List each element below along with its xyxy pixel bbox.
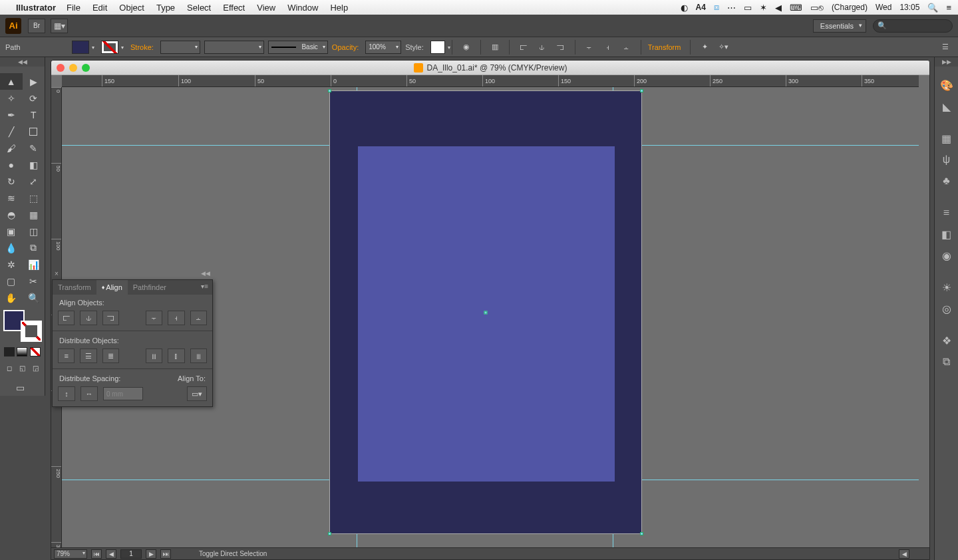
- line-tool[interactable]: ╱: [0, 123, 23, 140]
- opacity-label[interactable]: Opacity:: [332, 43, 359, 51]
- spotlight-icon[interactable]: 🔍: [927, 3, 938, 13]
- align-top-button[interactable]: ⫟: [146, 311, 162, 325]
- panel-menu-icon[interactable]: ▾≡: [197, 280, 212, 295]
- adobe-badge[interactable]: A4: [696, 3, 706, 12]
- appearance-panel-icon[interactable]: ☀: [937, 278, 956, 297]
- first-artboard-button[interactable]: ⏮: [91, 549, 102, 559]
- align-top-icon[interactable]: ⫟: [582, 41, 597, 54]
- menu-window[interactable]: Window: [287, 3, 318, 13]
- magic-wand-tool[interactable]: ✧: [0, 90, 23, 106]
- align-to-dropdown[interactable]: ▭▾: [187, 386, 207, 401]
- dock-collapse-toggle[interactable]: ▶▶: [935, 57, 958, 67]
- free-transform-tool[interactable]: ⬚: [23, 190, 45, 206]
- menu-help[interactable]: Help: [330, 3, 348, 13]
- align-hcenter-icon[interactable]: ⫝: [535, 41, 550, 54]
- close-window-icon[interactable]: [57, 64, 65, 72]
- artboard[interactable]: [330, 91, 641, 533]
- clock-time[interactable]: 13:05: [899, 3, 919, 12]
- controls-menu-icon[interactable]: ☰: [938, 41, 953, 54]
- align-left-button[interactable]: ⫍: [58, 311, 75, 325]
- rectangle-tool[interactable]: [23, 123, 45, 140]
- next-artboard-button[interactable]: ▶: [146, 549, 156, 559]
- brush-dropdown[interactable]: Basic: [268, 41, 328, 54]
- zoom-dropdown[interactable]: 79%: [54, 549, 87, 559]
- anchor-tr[interactable]: [640, 89, 643, 92]
- draw-behind[interactable]: ◱: [16, 362, 28, 374]
- dist-top-button[interactable]: ≡: [58, 349, 75, 363]
- fill-stroke-control[interactable]: [3, 310, 42, 342]
- panel-close-icon[interactable]: ×: [55, 270, 59, 277]
- align-right-icon[interactable]: ⫎: [554, 41, 568, 54]
- align-vcenter-icon[interactable]: ⫞: [601, 41, 615, 54]
- none-mode[interactable]: [30, 347, 41, 356]
- scale-tool[interactable]: ⤢: [23, 173, 45, 190]
- opacity-field[interactable]: 100%: [365, 41, 401, 54]
- notification-icon[interactable]: ≡: [946, 3, 951, 13]
- sync-icon[interactable]: ◐: [681, 3, 688, 13]
- horizontal-ruler[interactable]: 150 100 50 0 50 100 150 200 250 300 350: [62, 75, 919, 87]
- variable-width-dropdown[interactable]: [204, 41, 264, 54]
- dist-bottom-button[interactable]: ≣: [102, 349, 119, 363]
- display-icon[interactable]: ▭: [744, 3, 752, 13]
- width-tool[interactable]: ≋: [0, 190, 23, 206]
- align-bottom-icon[interactable]: ⫠: [619, 41, 634, 54]
- app-name[interactable]: Illustrator: [16, 3, 56, 13]
- menu-effect[interactable]: Effect: [223, 3, 245, 13]
- shape-builder-tool[interactable]: ◓: [0, 206, 23, 223]
- artboards-panel-icon[interactable]: ⧉: [937, 352, 956, 371]
- isolate-icon[interactable]: ✦: [697, 41, 712, 54]
- bridge-button[interactable]: Br: [28, 19, 45, 33]
- fill-swatch[interactable]: ▾: [72, 41, 89, 54]
- brushes-panel-icon[interactable]: ψ: [937, 150, 956, 169]
- selected-rectangle[interactable]: [358, 146, 615, 482]
- prev-artboard-button[interactable]: ◀: [106, 549, 116, 559]
- dropbox-icon[interactable]: ⧈: [714, 2, 719, 13]
- volume-icon[interactable]: ◀: [775, 3, 782, 13]
- transform-label[interactable]: Transform: [648, 43, 681, 51]
- clock-day[interactable]: Wed: [876, 3, 891, 12]
- dist-hcenter-button[interactable]: ⫿: [168, 349, 184, 363]
- stroke-weight-dropdown[interactable]: [160, 41, 200, 54]
- draw-normal[interactable]: ◻: [3, 362, 15, 374]
- eraser-tool[interactable]: ◧: [23, 156, 45, 173]
- workspace-switcher[interactable]: Essentials: [813, 19, 866, 33]
- gradient-panel-icon[interactable]: ◧: [937, 225, 956, 243]
- stroke-panel-icon[interactable]: ≡: [937, 204, 956, 222]
- dist-left-button[interactable]: ⫼: [146, 349, 162, 363]
- perspective-tool[interactable]: ▦: [23, 206, 45, 223]
- anchor-center[interactable]: [484, 311, 488, 314]
- menu-file[interactable]: File: [67, 3, 80, 13]
- tab-align[interactable]: ♦Align: [96, 280, 128, 295]
- swatches-panel-icon[interactable]: ▦: [937, 129, 956, 148]
- anchor-bl[interactable]: [328, 532, 331, 535]
- dist-right-button[interactable]: ⫼: [190, 349, 207, 363]
- screen-mode[interactable]: ▭: [0, 379, 40, 396]
- app-logo[interactable]: Ai: [5, 18, 21, 34]
- menu-edit[interactable]: Edit: [92, 3, 107, 13]
- align-panel-icon[interactable]: ▥: [488, 41, 502, 54]
- lasso-tool[interactable]: ⟳: [23, 90, 45, 106]
- minimize-window-icon[interactable]: [69, 64, 77, 72]
- gradient-mode[interactable]: [17, 347, 27, 356]
- eyedropper-tool[interactable]: 💧: [0, 239, 23, 256]
- zoom-window-icon[interactable]: [82, 64, 90, 72]
- window-controls[interactable]: [57, 64, 90, 72]
- hand-tool[interactable]: ✋: [0, 289, 23, 306]
- graphic-styles-panel-icon[interactable]: ◎: [937, 299, 956, 318]
- align-panel[interactable]: × ◀◀ Transform ♦Align Pathfinder ▾≡ Alig…: [52, 279, 213, 407]
- artboard-number-field[interactable]: 1: [120, 549, 142, 559]
- dist-vcenter-button[interactable]: ☰: [80, 349, 96, 363]
- rotate-tool[interactable]: ↻: [0, 173, 23, 190]
- align-bottom-button[interactable]: ⫠: [190, 311, 207, 325]
- recolor-icon[interactable]: ◉: [459, 41, 474, 54]
- dist-hspace-button[interactable]: ↔: [80, 386, 98, 401]
- graphic-style-swatch[interactable]: ▾: [430, 41, 445, 54]
- hscroll-left[interactable]: ◀: [899, 549, 909, 559]
- menu-object[interactable]: Object: [119, 3, 144, 13]
- layers-panel-icon[interactable]: ❖: [937, 331, 956, 350]
- zoom-tool[interactable]: 🔍: [23, 289, 45, 306]
- stroke-swatch[interactable]: ▾: [101, 41, 118, 54]
- align-hcenter-button[interactable]: ⫝: [80, 311, 96, 325]
- spacing-input[interactable]: [103, 387, 143, 400]
- blob-brush-tool[interactable]: ●: [0, 156, 23, 173]
